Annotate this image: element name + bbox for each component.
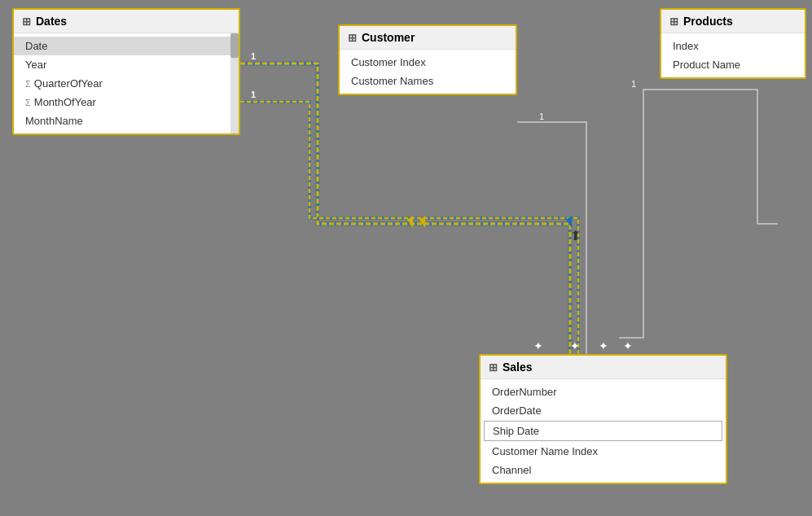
customer-field-index-label: Customer Index (351, 56, 426, 68)
dates-field-monthofyear[interactable]: Σ MonthOfYear (14, 93, 239, 112)
products-table-header: ⊞ Products (661, 10, 805, 33)
sales-table-icon: ⊞ (489, 361, 498, 374)
dates-table-header: ⊞ Dates (14, 10, 239, 33)
dates-scrollbar-thumb[interactable] (230, 33, 239, 58)
sales-field-orderdate-label: OrderDate (492, 404, 542, 417)
svg-text:1: 1 (251, 51, 256, 61)
products-field-productname-label: Product Name (673, 59, 740, 71)
dates-field-year[interactable]: Year (14, 55, 239, 74)
sales-table: ⊞ Sales OrderNumber OrderDate Ship Date … (479, 354, 727, 484)
svg-text:1: 1 (631, 79, 636, 89)
products-field-index-label: Index (673, 40, 699, 52)
dates-table-body: Date Year Σ QuarterOfYear Σ MonthOfYear … (14, 33, 239, 133)
products-table-body: Index Product Name (661, 33, 805, 77)
products-table: ⊞ Products Index Product Name (660, 8, 806, 79)
svg-text:✦: ✦ (599, 339, 608, 352)
dates-table: ⊞ Dates Date Year Σ QuarterOfYear Σ Mont… (12, 8, 240, 135)
svg-text:1: 1 (251, 90, 256, 99)
customer-table-icon: ⊞ (348, 32, 357, 44)
products-field-index[interactable]: Index (661, 37, 805, 55)
sales-field-ordernumber-label: OrderNumber (492, 386, 556, 398)
products-table-icon: ⊞ (669, 15, 678, 28)
sales-field-channel-label: Channel (492, 464, 531, 476)
sales-field-customernameindex-label: Customer Name Index (492, 445, 598, 457)
sales-field-channel[interactable]: Channel (481, 461, 726, 479)
customer-table: ⊞ Customer Customer Index Customer Names (338, 24, 517, 95)
customer-field-names[interactable]: Customer Names (340, 72, 516, 90)
customer-table-body: Customer Index Customer Names (340, 50, 516, 94)
svg-text:✦: ✦ (533, 339, 543, 352)
sales-table-title: Sales (503, 361, 533, 374)
svg-text:⬆: ⬆ (570, 229, 581, 243)
sales-table-body: OrderNumber OrderDate Ship Date Customer… (481, 379, 726, 483)
dates-scrollbar[interactable] (230, 33, 239, 133)
dates-table-title: Dates (36, 15, 67, 28)
dates-field-date[interactable]: Date (14, 37, 239, 55)
dates-field-quarterofyear[interactable]: Σ QuarterOfYear (14, 74, 239, 93)
dates-field-monthofyear-label: MonthOfYear (34, 96, 96, 108)
sales-field-ordernumber[interactable]: OrderNumber (481, 383, 726, 401)
dates-field-monthname-label: MonthName (25, 115, 83, 127)
sales-field-orderdate[interactable]: OrderDate (481, 401, 726, 420)
sigma-icon-2: Σ (25, 98, 31, 107)
sales-field-shipdate[interactable]: Ship Date (484, 421, 722, 441)
svg-marker-1 (419, 216, 425, 228)
customer-table-title: Customer (362, 31, 415, 44)
svg-marker-0 (407, 216, 413, 228)
sales-field-customernameindex[interactable]: Customer Name Index (481, 442, 726, 461)
dates-field-year-label: Year (25, 59, 46, 71)
dates-field-date-label: Date (25, 40, 47, 52)
customer-field-index[interactable]: Customer Index (340, 53, 516, 72)
customer-table-header: ⊞ Customer (340, 26, 516, 50)
sigma-icon-1: Σ (25, 79, 31, 89)
products-field-productname[interactable]: Product Name (661, 55, 805, 74)
svg-text:✦: ✦ (570, 339, 580, 352)
customer-field-names-label: Customer Names (351, 75, 433, 87)
products-table-title: Products (683, 15, 733, 28)
dates-field-monthname[interactable]: MonthName (14, 112, 239, 130)
dates-field-quarterofyear-label: QuarterOfYear (34, 77, 103, 90)
sales-table-header: ⊞ Sales (481, 356, 726, 379)
svg-text:✦: ✦ (623, 339, 633, 352)
dates-table-icon: ⊞ (22, 15, 31, 28)
sales-field-shipdate-label: Ship Date (493, 425, 539, 437)
svg-text:1: 1 (539, 112, 544, 121)
svg-marker-2 (566, 216, 572, 228)
